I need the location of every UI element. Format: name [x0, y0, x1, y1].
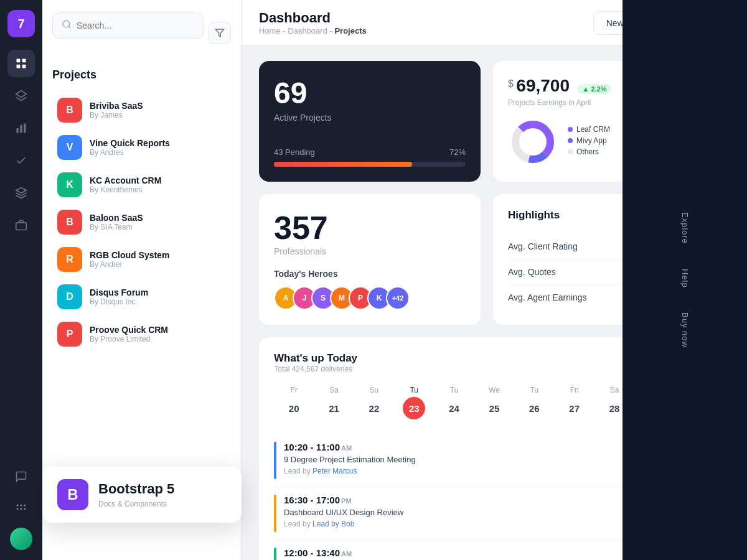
- project-item[interactable]: D Disqus Forum By Disqus Inc.: [52, 278, 231, 315]
- sidebar-icon-barchart[interactable]: [7, 114, 35, 142]
- event-lead-name[interactable]: Lead by Bob: [312, 520, 354, 528]
- day-item[interactable]: Tu26: [514, 386, 554, 419]
- project-name: RGB Cloud System: [90, 250, 169, 260]
- header-left: Dashboard Home - Dashboard - Projects: [259, 10, 367, 35]
- svg-rect-3: [22, 65, 26, 68]
- event-bar: [274, 495, 276, 532]
- project-info: Disqus Forum By Disqus Inc.: [90, 287, 148, 306]
- event-lead: Lead by Peter Marcus: [284, 467, 416, 475]
- project-item[interactable]: K KC Account CRM By Keenthemes: [52, 166, 231, 203]
- event-name: Dashboard UI/UX Design Review: [284, 508, 403, 517]
- svg-rect-5: [17, 128, 19, 133]
- active-projects-card: 69 Active Projects 43 Pending 72%: [259, 61, 481, 182]
- day-item[interactable]: Tu23: [394, 386, 434, 419]
- project-item[interactable]: P Proove Quick CRM By Proove Limited: [52, 315, 231, 353]
- project-item[interactable]: R RGB Cloud System By Andrei: [52, 241, 231, 278]
- project-icon: K: [57, 172, 82, 197]
- day-name: Su: [370, 386, 379, 394]
- project-by: By Andrei: [90, 260, 169, 269]
- project-icon: R: [57, 247, 82, 272]
- day-number: 21: [323, 397, 345, 419]
- sidebar-icon-apps[interactable]: [7, 495, 35, 523]
- day-item[interactable]: Sa21: [314, 386, 354, 419]
- projects-list: B Briviba SaaS By James V Vine Quick Rep…: [52, 91, 231, 353]
- sidebar-icon-layers[interactable]: [7, 82, 35, 110]
- sidebar-icon-grid[interactable]: [7, 50, 35, 77]
- project-name: KC Account CRM: [90, 175, 161, 185]
- hero-avatar: +42: [386, 286, 410, 310]
- breadcrumb-home[interactable]: Home: [259, 26, 281, 35]
- right-overlay: Explore Help Buy now: [622, 0, 747, 560]
- sidebar-icon-stack[interactable]: [7, 179, 35, 207]
- event-lead-name[interactable]: Peter Marcus: [312, 467, 357, 475]
- project-name: Briviba SaaS: [90, 101, 143, 111]
- event-ampm: AM: [341, 444, 352, 452]
- svg-marker-4: [16, 91, 27, 98]
- project-by: By SIA Team: [90, 223, 143, 231]
- progress-bar-wrap: [274, 162, 466, 167]
- professionals-card: 357 Professionals Today's Heroes AJSMPK+…: [259, 194, 481, 325]
- explore-button[interactable]: Explore: [674, 200, 696, 256]
- day-item[interactable]: We25: [474, 386, 514, 419]
- project-item[interactable]: V Vine Quick Reports By Andres: [52, 129, 231, 166]
- svg-marker-16: [215, 29, 223, 37]
- bootstrap-text: Bootstrap 5: [98, 481, 174, 497]
- event-ampm: AM: [341, 550, 352, 558]
- svg-point-12: [17, 508, 19, 510]
- project-by: By Keenthemes: [90, 185, 161, 194]
- project-name: Baloon SaaS: [90, 213, 143, 223]
- left-panel: Projects B Briviba SaaS By James V Vine …: [42, 0, 242, 560]
- event-name: 9 Degree Project Estimation Meeting: [284, 455, 416, 464]
- project-by: By Proove Limited: [90, 335, 168, 343]
- project-info: RGB Cloud System By Andrei: [90, 250, 169, 269]
- day-item[interactable]: Tu24: [434, 386, 474, 419]
- day-name: Tu: [530, 386, 539, 394]
- day-item[interactable]: Fri27: [555, 386, 594, 419]
- event-details: 16:30 - 17:00PM Dashboard UI/UX Design R…: [284, 495, 403, 528]
- day-name: Fri: [570, 386, 579, 394]
- day-name: Sa: [329, 386, 339, 394]
- day-name: Tu: [450, 386, 459, 394]
- breadcrumb-dashboard[interactable]: Dashboard: [288, 26, 327, 35]
- sidebar-icon-briefcase[interactable]: [7, 212, 35, 239]
- projects-title: Projects: [52, 68, 231, 82]
- breadcrumb-projects[interactable]: Projects: [334, 26, 366, 35]
- legend-name: Others: [576, 147, 599, 156]
- project-name: Proove Quick CRM: [90, 325, 168, 335]
- project-item[interactable]: B Briviba SaaS By James: [52, 91, 231, 129]
- project-by: By Andres: [90, 148, 170, 157]
- bootstrap-icon: B: [57, 479, 88, 510]
- sidebar-avatar[interactable]: 7: [7, 10, 35, 37]
- day-item[interactable]: Su22: [354, 386, 394, 419]
- active-projects-number: 69: [274, 76, 466, 110]
- svg-rect-1: [22, 59, 26, 63]
- event-lead: Lead by Lead by Bob: [284, 520, 403, 528]
- filter-button[interactable]: [209, 22, 231, 44]
- earnings-badge: ▲ 2.2%: [577, 84, 611, 94]
- event-bar: [274, 548, 276, 560]
- svg-point-10: [20, 505, 22, 506]
- progress-section: 43 Pending 72%: [274, 147, 466, 167]
- search-icon: [62, 19, 72, 32]
- legend-dot: [568, 127, 573, 132]
- svg-point-15: [63, 21, 70, 27]
- sidebar-icon-message[interactable]: [7, 463, 35, 490]
- event-time: 16:30 - 17:00PM: [284, 495, 403, 505]
- help-button[interactable]: Help: [674, 256, 696, 301]
- day-item[interactable]: Fr20: [274, 386, 314, 419]
- earnings-dollar: $: [508, 78, 514, 90]
- day-name: We: [489, 386, 500, 394]
- event-time: 10:20 - 11:00AM: [284, 442, 416, 452]
- day-number: 22: [363, 397, 385, 419]
- bootstrap-sub: Docs & Components: [98, 500, 174, 508]
- project-info: Baloon SaaS By SIA Team: [90, 213, 143, 231]
- sidebar-user-avatar[interactable]: [10, 528, 32, 550]
- search-input[interactable]: [77, 21, 194, 30]
- buy-now-button[interactable]: Buy now: [674, 300, 696, 360]
- bootstrap-popup[interactable]: B Bootstrap 5 Docs & Components: [42, 467, 242, 523]
- sidebar-icon-check[interactable]: [7, 147, 35, 174]
- sidebar: 7: [0, 0, 42, 560]
- project-icon: B: [57, 210, 82, 235]
- svg-rect-8: [16, 223, 27, 230]
- project-item[interactable]: B Baloon SaaS By SIA Team: [52, 203, 231, 241]
